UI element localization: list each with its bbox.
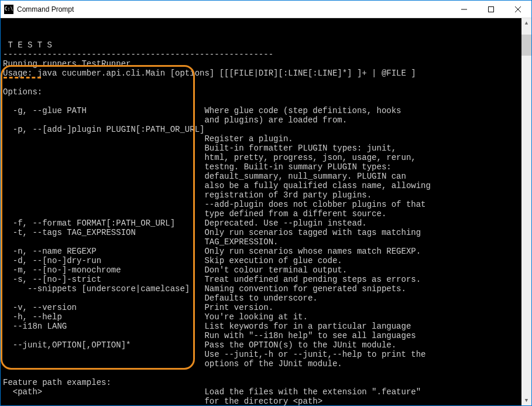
terminal-content: T E S T S ------------------------------…	[3, 40, 529, 405]
close-button[interactable]	[504, 1, 531, 18]
svg-rect-0	[489, 6, 494, 12]
scroll-up-icon[interactable]: ▲	[521, 18, 531, 28]
close-icon	[515, 6, 521, 12]
maximize-button[interactable]	[478, 1, 504, 18]
minimize-button[interactable]	[451, 1, 478, 18]
maximize-icon	[488, 6, 494, 12]
minimize-icon	[461, 6, 467, 12]
terminal-area[interactable]: T E S T S ------------------------------…	[1, 18, 531, 405]
scrollbar-thumb[interactable]	[521, 35, 531, 56]
cmd-icon: C:\	[4, 5, 13, 14]
vertical-scrollbar[interactable]: ▲ ▼	[521, 18, 531, 405]
window-title: Command Prompt	[17, 5, 74, 13]
titlebar: C:\ Command Prompt	[1, 1, 531, 18]
scroll-down-icon[interactable]: ▼	[521, 395, 531, 405]
